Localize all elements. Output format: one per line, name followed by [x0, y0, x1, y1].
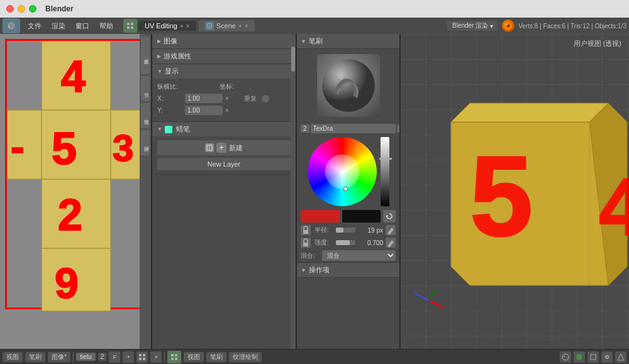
btn-view-3d[interactable]: 视图: [184, 352, 204, 362]
pencil-checkbox[interactable]: [165, 126, 172, 133]
y-input[interactable]: [185, 106, 223, 115]
menu-help[interactable]: 帮助: [94, 20, 118, 32]
tab-scene-add-icon[interactable]: +: [238, 23, 242, 30]
btn-image-uv[interactable]: 图像*: [48, 352, 70, 362]
blend-select[interactable]: 混合: [322, 250, 396, 261]
uv-sidebar-btn-image[interactable]: 图象: [141, 36, 150, 74]
uv-sidebar-btn-adjust[interactable]: 整: [141, 76, 150, 101]
radius-label: 半径:: [314, 226, 333, 234]
svg-rect-44: [171, 358, 174, 360]
close-button[interactable]: [6, 5, 14, 13]
svg-point-46: [562, 354, 569, 360]
ops-header[interactable]: ▼ 操作项: [297, 262, 399, 278]
uv-sidebar-btn-press[interactable]: 押砸: [141, 130, 150, 155]
blender-menu-icon[interactable]: i: [3, 18, 20, 33]
add-icon: +: [216, 143, 226, 153]
section-display-label: 显示: [165, 67, 179, 76]
x-unit: ×: [225, 95, 229, 102]
color-swatch-secondary[interactable]: [342, 210, 381, 223]
uv-sidebar-strip: 图象 整 惯将 押砸: [140, 34, 151, 349]
viewport-menu-icon[interactable]: [167, 351, 181, 363]
btn-brush-uv[interactable]: 笔刷: [25, 352, 45, 362]
axis-indicator: X Y Z: [413, 285, 445, 317]
bottom-icon-r4[interactable]: ⚙: [601, 351, 613, 363]
color-wheel[interactable]: [308, 137, 377, 206]
menu-window[interactable]: 窗口: [70, 20, 94, 32]
svg-point-47: [564, 356, 565, 357]
bottom-icon-f[interactable]: F: [109, 351, 120, 363]
color-reset-btn[interactable]: [383, 210, 396, 223]
section-display-triangle: ▼: [157, 69, 162, 74]
num-display: 2: [98, 353, 107, 361]
btn-new-layer[interactable]: New Layer: [157, 158, 291, 170]
bottom-icon-grid[interactable]: [136, 351, 148, 363]
radius-edit-icon[interactable]: [386, 225, 396, 235]
brightness-bar[interactable]: [381, 137, 389, 206]
color-swatch-primary[interactable]: [301, 210, 340, 223]
minimize-button[interactable]: [18, 5, 25, 13]
tab-uv-editing-label: UV Editing: [145, 22, 177, 30]
section-display-header[interactable]: ▼ 显示: [152, 64, 296, 79]
bottom-icon-close[interactable]: ×: [150, 351, 162, 363]
titlebar: Blender: [0, 0, 629, 18]
section-image-header[interactable]: ▶ 图像: [152, 34, 296, 48]
layout-icon[interactable]: [123, 19, 137, 33]
bottom-icon-add[interactable]: +: [123, 351, 134, 363]
tab-add-icon[interactable]: +: [180, 23, 184, 30]
bottom-icon-r1[interactable]: [560, 351, 571, 363]
version-stats: Verts:8 | Faces:6 | Tris:12 | Objects:1/…: [518, 23, 626, 30]
radius-value: 19 px: [358, 227, 383, 234]
menu-file[interactable]: 文件: [23, 20, 47, 32]
tab-close-icon[interactable]: ×: [186, 23, 190, 30]
strength-edit-icon[interactable]: [386, 238, 396, 248]
brush-name-input[interactable]: [311, 124, 396, 133]
props-scroll-thumb[interactable]: [291, 47, 295, 72]
menu-render[interactable]: 渲染: [47, 20, 70, 32]
blend-row: 混合: 混合: [297, 249, 399, 262]
blend-label: 混合:: [301, 251, 320, 260]
btn-new-pencil[interactable]: + 新建: [157, 140, 291, 155]
btn-brush-3d[interactable]: 笔刷: [206, 352, 226, 362]
brush-collapse-arrow[interactable]: ▼: [301, 38, 306, 45]
section-image-label: 图像: [164, 36, 177, 46]
bottom-icon-r2[interactable]: [574, 351, 585, 363]
tab-uv-editing[interactable]: UV Editing + ×: [138, 21, 196, 31]
bottom-icon-r5[interactable]: [615, 351, 626, 363]
uv-face-top: 4: [42, 41, 111, 110]
svg-rect-24: [303, 243, 308, 246]
svg-rect-40: [139, 358, 142, 360]
svg-text:5: 5: [470, 133, 533, 259]
radius-bar[interactable]: [336, 228, 355, 233]
btn-view-uv[interactable]: 视图: [3, 352, 23, 362]
btn-texture-paint[interactable]: 纹理绘制: [229, 352, 262, 362]
tab-scene[interactable]: Scene + ×: [199, 20, 255, 31]
engine-label: Blender 渲染: [452, 21, 488, 30]
bottom-icon-r3[interactable]: [587, 351, 599, 363]
uv-sidebar-btn-inertia[interactable]: 惯将: [141, 103, 150, 128]
brightness-indicator: [379, 158, 392, 160]
sep2: [164, 352, 165, 362]
app-title: Blender: [45, 4, 74, 13]
section-display: ▼ 显示 纵横比: 坐标: X: × 重复 Y: ×: [152, 64, 296, 122]
engine-selector[interactable]: Blender 渲染 ▾: [447, 21, 498, 31]
filename-display[interactable]: tietu: [76, 353, 96, 361]
svg-rect-39: [143, 354, 145, 356]
maximize-button[interactable]: [29, 5, 36, 13]
ops-arrow: ▼: [301, 267, 306, 273]
section-game-props: ▶ 游戏属性: [152, 49, 296, 64]
strength-row: 强度: 0.700: [297, 236, 399, 249]
color-wheel-row: [308, 137, 389, 206]
uv-face-left: -: [7, 110, 42, 179]
x-input[interactable]: [185, 94, 223, 103]
section-pencil-header[interactable]: ▼ 蜡笔: [152, 122, 296, 136]
section-game-props-header[interactable]: ▶ 游戏属性: [152, 49, 296, 63]
tab-scene-close-icon[interactable]: ×: [245, 23, 248, 30]
strength-lock-icon[interactable]: [301, 238, 311, 248]
x-label: X:: [157, 95, 182, 102]
strength-bar[interactable]: [336, 240, 355, 245]
svg-text:5: 5: [52, 123, 77, 174]
props-scrollbar[interactable]: [291, 34, 296, 349]
svg-line-36: [416, 294, 429, 301]
radius-lock-icon[interactable]: [301, 225, 311, 235]
svg-rect-2: [127, 23, 130, 25]
